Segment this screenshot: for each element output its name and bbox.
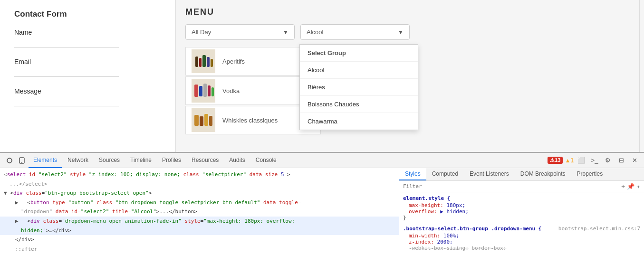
aperitifs-name: Aperitifs [222,58,245,65]
tab-profiles[interactable]: Profiles [157,153,186,168]
svg-rect-5 [211,59,213,67]
main-container: Contact Form Name Email Message MENU All… [0,0,644,152]
email-label: Email [14,58,161,66]
menu-title: MENU [185,7,630,17]
svg-rect-11 [211,87,214,96]
svg-rect-15 [204,114,208,126]
svg-rect-8 [199,86,202,96]
svg-rect-13 [194,115,199,126]
message-label: Message [14,87,161,95]
contact-form-sidebar: Contact Form Name Email Message [0,0,176,152]
css-property-line: -webkit-box-sizing: border-box; [403,245,640,251]
html-line: <select id="select2" style="z-index: 100… [0,170,399,179]
styles-tab-properties[interactable]: Properties [571,168,608,180]
css-prop-z-index: z-index: [409,239,434,245]
add-style-icon[interactable]: + [621,183,625,190]
svg-rect-9 [203,84,207,97]
popup-item-alcool[interactable]: Alcool [300,62,418,79]
css-property-line: z-index: 2000; [403,239,640,245]
popup-item-chawarma[interactable]: Chawarma [300,113,418,130]
html-line: "dropdown" data-id="select2" title="Alco… [0,207,399,217]
alcool-dropdown[interactable]: Alcool ▼ [300,24,410,40]
html-line-highlighted[interactable]: ▶ <div class="dropdown-menu open animati… [0,217,399,226]
css-selector: element.style { [403,195,640,201]
html-panel: <select id="select2" style="z-index: 100… [0,168,399,255]
name-label: Name [14,28,161,36]
message-field-group: Message [14,87,161,106]
alcool-dropdown-arrow: ▼ [398,29,404,36]
svg-rect-14 [200,116,203,126]
html-line: ...</select> [0,179,399,189]
html-line: ::after [0,245,399,254]
devtools-right-icons: ⚠13 ▲1 ⬜ >_ ⚙ ⊟ ✕ [548,155,640,166]
css-prop-max-height: max-height: [409,202,443,208]
pin-style-icon[interactable]: 📌 [627,183,634,190]
whiskies-name: Whiskies classiques [222,117,278,124]
tab-timeline[interactable]: Timeline [125,153,156,168]
devtools-toolbar: Elements Network Sources Timeline Profil… [0,153,644,168]
css-val-z-index: 2000; [437,239,453,245]
css-source-link[interactable]: bootstrap-select.min.css:7 [558,226,640,232]
tab-sources[interactable]: Sources [94,153,125,168]
html-line: </div> [0,235,399,245]
popup-item-boissons-chaudes[interactable]: Boissons Chaudes [300,96,418,113]
email-field-group: Email [14,58,161,77]
styles-tab-computed[interactable]: Computed [426,168,464,180]
popup-item-bieres[interactable]: Bières [300,79,418,96]
css-rule-element-style: element.style { max-height: 180px; overf… [403,195,640,221]
popup-item-select-group[interactable]: Select Group [300,45,418,62]
css-val-overflow: ▶ hidden; [440,208,469,215]
sidebar-title: Contact Form [14,9,161,19]
css-property-line: overflow: ▶ hidden; [403,208,640,215]
svg-rect-1 [195,57,198,67]
svg-rect-7 [194,85,198,97]
dock-icon[interactable]: ⊟ [615,155,627,166]
svg-rect-2 [199,58,202,67]
tab-audits[interactable]: Audits [224,153,250,168]
styles-tab-event-listeners[interactable]: Event Listeners [464,168,515,180]
tab-resources[interactable]: Resources [187,153,223,168]
aperitifs-image [192,49,215,73]
email-input-line [14,68,119,77]
error-badge: ⚠13 [548,157,563,164]
css-property-line: max-height: 180px; [403,202,640,208]
styles-filter-input[interactable] [403,183,619,189]
filter-icon[interactable]: ⬜ [576,155,587,166]
tab-elements[interactable]: Elements [29,153,62,168]
menu-content-area: MENU All Day ▼ Alcool ▼ Select Group Alc… [176,0,639,152]
svg-rect-4 [207,57,210,67]
svg-rect-16 [209,116,212,126]
css-val-max-height: 180px; [446,202,465,208]
dropdowns-row: All Day ▼ Alcool ▼ Select Group Alcool B… [185,24,630,40]
styles-tab-styles[interactable]: Styles [399,168,426,180]
html-line-highlighted-cont: hidden;">…</div> [0,226,399,236]
star-style-icon[interactable]: ✦ [636,183,640,190]
styles-icons: + 📌 ✦ [621,183,640,190]
mobile-icon[interactable] [16,155,28,166]
inspect-icon[interactable] [4,155,15,166]
css-property-line: min-width: 100%; [403,233,640,239]
name-input-line [14,39,119,47]
svg-rect-3 [202,55,206,67]
message-input-line [14,98,119,106]
css-val-min-width: 100%; [443,233,459,239]
styles-filter-bar: + 📌 ✦ [399,181,644,192]
html-line: ▶ <button type="button" class="btn dropd… [0,198,399,208]
tab-network[interactable]: Network [63,153,93,168]
whiskies-image [192,108,215,132]
vodka-image [192,79,215,103]
terminal-icon[interactable]: >_ [589,155,600,166]
allday-dropdown[interactable]: All Day ▼ [185,24,295,40]
styles-tab-dom-breakpoints[interactable]: DOM Breakpoints [515,168,571,180]
settings-icon[interactable]: ⚙ [602,155,614,166]
svg-rect-10 [208,85,211,96]
tab-console[interactable]: Console [251,153,281,168]
css-val-webkit-box-sizing: border-box; [471,245,506,251]
alcool-dropdown-label: Alcool [307,28,398,36]
styles-content: element.style { max-height: 180px; overf… [399,192,644,255]
devtools-main-content: <select id="select2" style="z-index: 100… [0,168,644,255]
close-icon[interactable]: ✕ [629,155,640,166]
main-scrollbar[interactable] [639,0,644,152]
css-prop-webkit-box-sizing: -webkit-box-sizing: [409,245,469,251]
svg-point-17 [7,158,12,163]
